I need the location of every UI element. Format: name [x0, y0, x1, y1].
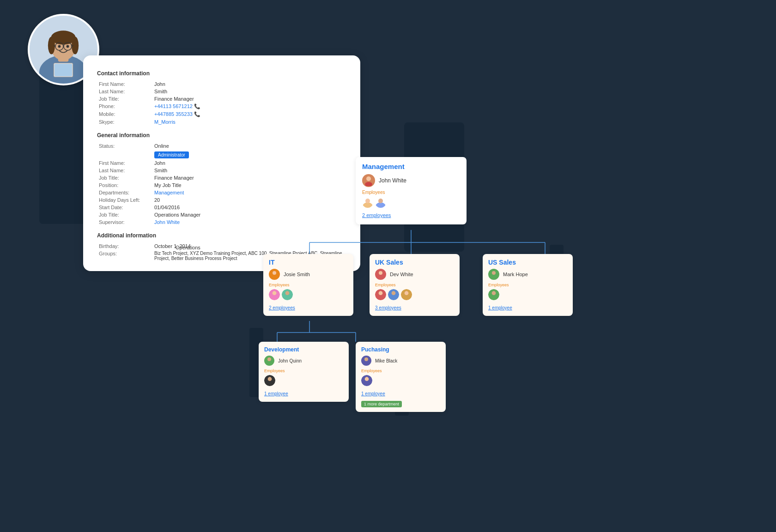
purchasing-employee-count[interactable]: 1 employee: [361, 391, 385, 396]
svg-point-12: [58, 45, 61, 48]
svg-rect-15: [55, 64, 72, 76]
contact-info-table: First Name: John Last Name: Smith Job Ti…: [97, 80, 346, 126]
supervisor-link[interactable]: John White: [154, 219, 180, 225]
field-label: Birthday:: [97, 242, 152, 250]
svg-point-13: [67, 45, 69, 48]
department-link[interactable]: Management: [154, 190, 184, 195]
it-card[interactable]: IT Josie Smith Employees 2 employees: [263, 254, 353, 316]
purchasing-card[interactable]: Puchasing Mike Black Employees 1 employe…: [356, 342, 446, 412]
management-employee-avatars: [362, 197, 460, 208]
svg-point-52: [268, 377, 272, 381]
field-label: First Name:: [97, 159, 152, 167]
it-employees-label: Employees: [269, 283, 348, 287]
svg-point-42: [392, 291, 396, 295]
management-employee-count[interactable]: 2 employees: [362, 212, 391, 218]
field-label: Supervisor:: [97, 218, 152, 226]
it-employee-count[interactable]: 2 employees: [269, 305, 295, 310]
svg-point-32: [271, 276, 278, 279]
purchasing-manager-row: Mike Black: [361, 356, 440, 366]
svg-point-45: [492, 271, 496, 275]
purchasing-dept-box: Puchasing Mike Black Employees 1 employe…: [356, 342, 441, 412]
field-value: +447885 355233 📞: [152, 110, 346, 118]
purchasing-employees-label: Employees: [361, 369, 440, 373]
svg-point-54: [364, 362, 369, 365]
development-manager-row: John Quinn: [264, 356, 343, 366]
purchasing-manager-name: Mike Black: [375, 358, 397, 363]
development-employee-count[interactable]: 1 employee: [264, 391, 288, 396]
field-value: Online: [152, 142, 346, 150]
field-label: Holiday Days Left:: [97, 196, 152, 204]
purchasing-manager-avatar: [361, 356, 371, 366]
field-label: Mobile:: [97, 110, 152, 118]
svg-point-28: [365, 199, 370, 203]
development-manager-name: John Quinn: [278, 358, 302, 363]
it-manager-row: Josie Smith: [269, 269, 348, 280]
uksales-employee-count[interactable]: 3 employees: [375, 305, 401, 310]
svg-point-38: [377, 276, 384, 279]
svg-point-37: [379, 271, 382, 275]
field-label: First Name:: [97, 80, 152, 88]
field-value: John: [152, 80, 346, 88]
table-row: Phone: +44113 5671212 📞: [97, 103, 346, 110]
svg-point-50: [267, 362, 272, 365]
phone-link[interactable]: +44113 5671212: [154, 103, 193, 109]
it-manager-name: Josie Smith: [284, 272, 310, 277]
table-row: Last Name: Smith: [97, 88, 346, 95]
management-card[interactable]: Management John White Employees 2 employ…: [356, 157, 467, 224]
mobile-link[interactable]: +447885 355233: [154, 111, 193, 117]
field-value: +44113 5671212 📞: [152, 103, 346, 110]
svg-point-31: [273, 271, 276, 275]
table-row: Mobile: +447885 355233 📞: [97, 110, 346, 118]
uksales-employee-avatars: [375, 289, 454, 300]
operations-label: Operations: [176, 245, 200, 250]
uksales-employees-label: Employees: [375, 283, 454, 287]
ussales-employee-avatars: [488, 289, 567, 300]
management-manager-row: John White: [362, 174, 460, 187]
ussales-manager-name: Mark Hope: [503, 272, 528, 277]
org-chart: Management John White Employees 2 employ…: [259, 157, 758, 526]
field-label: Job Title:: [97, 95, 152, 103]
general-section-title: General information: [97, 132, 346, 139]
field-label: Last Name:: [97, 167, 152, 174]
it-title: IT: [269, 259, 348, 266]
uksales-title: UK Sales: [375, 259, 454, 266]
uksales-card[interactable]: UK Sales Dev White Employees 3 employees: [370, 254, 460, 316]
development-card[interactable]: Development John Quinn Employees 1 emplo…: [259, 342, 349, 402]
field-label: Phone:: [97, 103, 152, 110]
development-employee-avatars: [264, 375, 343, 386]
svg-point-48: [492, 291, 496, 295]
svg-point-46: [491, 276, 497, 279]
ussales-title: US Sales: [488, 259, 567, 266]
development-title: Development: [264, 346, 343, 353]
field-label: Job Title:: [97, 211, 152, 218]
development-dept-box: Development John Quinn Employees 1 emplo…: [259, 342, 344, 402]
management-employees-label: Employees: [362, 190, 460, 195]
ussales-employees-label: Employees: [488, 283, 567, 287]
it-manager-avatar: [269, 269, 280, 280]
uksales-manager-row: Dev White: [375, 269, 454, 280]
svg-point-49: [267, 357, 271, 361]
field-label: Groups:: [97, 250, 152, 262]
admin-badge: Administrator: [154, 151, 189, 158]
svg-point-56: [365, 377, 369, 381]
more-dept-badge: 1 more department: [361, 401, 402, 407]
uksales-dept-box: UK Sales Dev White Employees 3 employees: [370, 254, 467, 316]
svg-point-26: [365, 182, 372, 186]
svg-point-44: [405, 291, 409, 295]
field-label: Start Date:: [97, 204, 152, 211]
field-label: [97, 150, 152, 159]
management-dept-box: Management John White Employees 2 employ…: [356, 157, 467, 224]
ussales-employee-count[interactable]: 1 employee: [488, 305, 512, 310]
it-dept-box: IT Josie Smith Employees 2 employees: [263, 254, 356, 316]
purchasing-employee-avatars: [361, 375, 440, 386]
svg-point-25: [366, 176, 371, 181]
development-manager-avatar: [264, 356, 274, 366]
field-label: Last Name:: [97, 88, 152, 95]
ussales-card[interactable]: US Sales Mark Hope Employees 1 employee: [483, 254, 573, 316]
management-title: Management: [362, 163, 460, 170]
it-employee-avatars: [269, 289, 348, 300]
skype-link[interactable]: M_Morris: [154, 119, 176, 125]
field-label: Departments:: [97, 189, 152, 196]
table-row: Job Title: Finance Manager: [97, 95, 346, 103]
field-label: Job Title:: [97, 174, 152, 181]
